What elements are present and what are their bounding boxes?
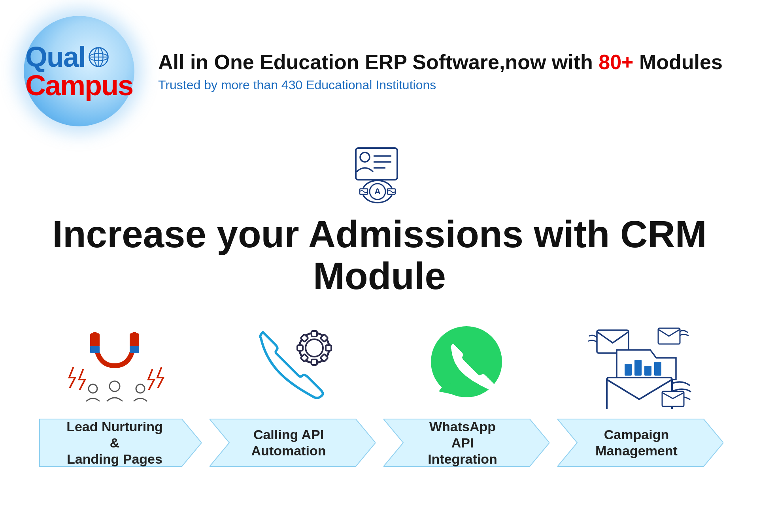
svg-point-20 (110, 381, 120, 391)
globe-icon (88, 46, 110, 68)
main-heading-area: Increase your Admissions with CRM Module (0, 205, 759, 312)
feature-whatsapp: WhatsAppAPIIntegration (380, 320, 553, 470)
whatsapp-label: WhatsAppAPIIntegration (383, 415, 549, 470)
svg-rect-37 (644, 366, 651, 376)
logo-qual-text: Qual (25, 43, 85, 71)
features-row: Lead Nurturing&Landing Pages (0, 320, 759, 470)
magnet-people-icon (63, 322, 174, 409)
campaign-label: CampaignManagement (557, 415, 723, 470)
logo-circle: Qual Campus (24, 16, 134, 126)
calling-api-label: Calling APIAutomation (210, 415, 376, 470)
header: Qual Campus All in One Education ERP Sof… (0, 0, 759, 134)
whatsapp-icon (423, 322, 510, 409)
calling-api-icon-area (237, 320, 348, 411)
logo-qual: Qual (25, 43, 110, 71)
lead-nurturing-label-text: Lead Nurturing&Landing Pages (62, 419, 175, 467)
whatsapp-label-text: WhatsAppAPIIntegration (424, 419, 509, 467)
svg-rect-17 (90, 346, 100, 353)
phone-gear-icon (237, 322, 348, 409)
header-text: All in One Education ERP Software,now wi… (158, 50, 723, 92)
svg-rect-35 (625, 364, 632, 376)
svg-rect-24 (312, 331, 317, 336)
svg-rect-27 (326, 345, 331, 351)
svg-text:A: A (374, 186, 381, 196)
svg-rect-15 (90, 333, 100, 347)
lead-nurturing-icon-area (63, 320, 174, 411)
svg-rect-16 (130, 333, 139, 347)
central-icon-area: A (348, 142, 411, 205)
lead-nurturing-label: Lead Nurturing&Landing Pages (36, 415, 202, 470)
svg-point-21 (136, 384, 145, 393)
svg-rect-26 (297, 345, 303, 351)
whatsapp-icon-area (411, 320, 522, 411)
calling-api-label-text: Calling APIAutomation (247, 427, 338, 459)
page-wrapper: Qual Campus All in One Education ERP Sof… (0, 0, 759, 532)
campaign-label-text: CampaignManagement (591, 427, 689, 459)
feature-lead-nurturing: Lead Nurturing&Landing Pages (32, 320, 206, 470)
svg-rect-18 (130, 346, 139, 353)
logo-campus-text: Campus (25, 71, 133, 100)
header-title-highlight: 80+ (599, 51, 633, 73)
svg-point-19 (89, 384, 97, 393)
main-heading: Increase your Admissions with CRM Module (32, 213, 727, 297)
campaign-icon (585, 322, 696, 409)
feature-calling-api: Calling APIAutomation (206, 320, 380, 470)
header-title: All in One Education ERP Software,now wi… (158, 50, 723, 74)
svg-rect-36 (634, 360, 642, 376)
feature-campaign: CampaignManagement (553, 320, 727, 470)
logo-inner: Qual Campus (25, 43, 133, 100)
header-subtitle: Trusted by more than 430 Educational Ins… (158, 78, 723, 92)
svg-rect-38 (654, 362, 661, 376)
header-title-part1: All in One Education ERP Software,now wi… (158, 51, 599, 73)
header-title-part2: Modules (633, 51, 722, 73)
id-card-icon: A (348, 142, 411, 205)
svg-rect-25 (312, 359, 317, 365)
campaign-icon-area (585, 320, 696, 411)
